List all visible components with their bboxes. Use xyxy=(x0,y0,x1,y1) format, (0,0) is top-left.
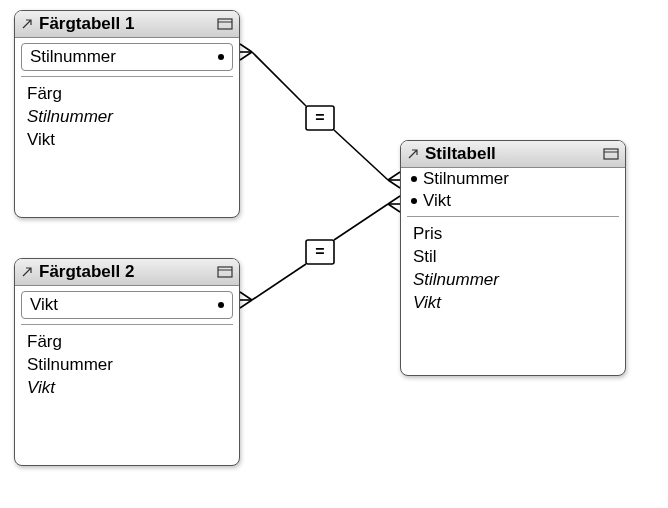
window-icon xyxy=(217,18,233,30)
crows-foot-icon xyxy=(240,44,252,60)
panel-title: Stiltabell xyxy=(425,144,603,164)
field-item[interactable]: Vikt xyxy=(413,292,613,315)
window-icon xyxy=(217,266,233,278)
svg-line-17 xyxy=(388,196,400,204)
svg-rect-2 xyxy=(218,267,232,277)
divider xyxy=(407,216,619,217)
table-panel-stiltabell[interactable]: Stiltabell Stilnummer Vikt Pris Stil Sti… xyxy=(400,140,626,376)
key-row[interactable]: Stilnummer xyxy=(21,43,233,71)
table-panel-fargtabell2[interactable]: Färgtabell 2 Vikt Färg Stilnummer Vikt xyxy=(14,258,240,466)
window-icon xyxy=(603,148,619,160)
crows-foot-icon xyxy=(240,292,252,308)
key-row[interactable]: Vikt xyxy=(401,190,625,212)
titlebar[interactable]: Stiltabell xyxy=(401,141,625,168)
svg-line-6 xyxy=(240,44,252,52)
key-field-label: Stilnummer xyxy=(30,47,218,67)
key-field-label: Vikt xyxy=(30,295,218,315)
field-item[interactable]: Pris xyxy=(413,223,613,246)
svg-rect-9 xyxy=(306,106,334,130)
divider xyxy=(21,76,233,77)
expand-arrow-icon xyxy=(21,266,33,278)
field-item[interactable]: Stilnummer xyxy=(413,269,613,292)
key-dot-icon xyxy=(218,302,224,308)
field-item[interactable]: Stilnummer xyxy=(27,354,227,377)
key-dot-icon xyxy=(411,198,417,204)
svg-line-10 xyxy=(388,172,400,180)
key-field-label: Stilnummer xyxy=(423,169,509,189)
relation-op: = xyxy=(315,243,324,260)
key-dot-icon xyxy=(411,176,417,182)
expand-arrow-icon xyxy=(407,148,419,160)
field-item[interactable]: Stil xyxy=(413,246,613,269)
divider xyxy=(21,324,233,325)
titlebar[interactable]: Färgtabell 2 xyxy=(15,259,239,286)
relation-fargtabell1-stiltabell: = xyxy=(240,44,400,188)
crows-foot-icon xyxy=(388,196,400,212)
field-list: Pris Stil Stilnummer Vikt xyxy=(401,223,625,325)
svg-line-13 xyxy=(240,292,252,300)
key-field-label: Vikt xyxy=(423,191,451,211)
table-panel-fargtabell1[interactable]: Färgtabell 1 Stilnummer Färg Stilnummer … xyxy=(14,10,240,218)
relation-op: = xyxy=(315,109,324,126)
field-item[interactable]: Färg xyxy=(27,331,227,354)
relation-fargtabell2-stiltabell: = xyxy=(240,196,400,308)
field-list: Färg Stilnummer Vikt xyxy=(15,331,239,410)
svg-line-8 xyxy=(240,52,252,60)
panel-title: Färgtabell 1 xyxy=(39,14,217,34)
svg-rect-0 xyxy=(218,19,232,29)
panel-title: Färgtabell 2 xyxy=(39,262,217,282)
field-item[interactable]: Vikt xyxy=(27,377,227,400)
svg-rect-16 xyxy=(306,240,334,264)
svg-rect-4 xyxy=(604,149,618,159)
svg-line-12 xyxy=(388,180,400,188)
field-item[interactable]: Färg xyxy=(27,83,227,106)
key-dot-icon xyxy=(218,54,224,60)
field-list: Färg Stilnummer Vikt xyxy=(15,83,239,162)
svg-line-15 xyxy=(240,300,252,308)
field-item[interactable]: Stilnummer xyxy=(27,106,227,129)
key-row[interactable]: Stilnummer xyxy=(401,168,625,190)
crows-foot-icon xyxy=(388,172,400,188)
field-item[interactable]: Vikt xyxy=(27,129,227,152)
key-row[interactable]: Vikt xyxy=(21,291,233,319)
svg-line-19 xyxy=(388,204,400,212)
titlebar[interactable]: Färgtabell 1 xyxy=(15,11,239,38)
expand-arrow-icon xyxy=(21,18,33,30)
